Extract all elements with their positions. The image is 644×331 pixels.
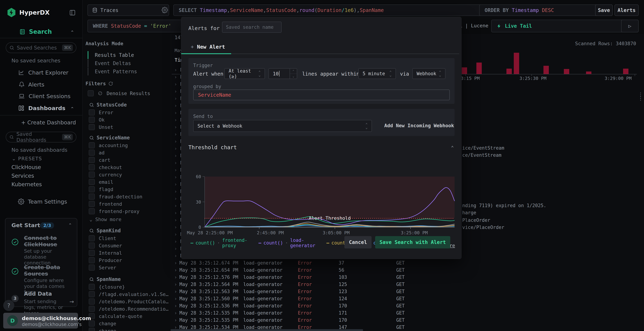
filter-option[interactable]: email (89, 179, 113, 185)
expand-chevron-icon[interactable]: › (174, 282, 177, 287)
filter-option[interactable]: frontend-proxy (89, 208, 140, 214)
table-row[interactable]: ›May 28 3:25:12.536 PMload-generatorErro… (170, 302, 644, 309)
expand-chevron-icon[interactable]: › (174, 182, 177, 187)
filter-option[interactable]: /flagd.evaluation.v1.Se… (89, 291, 168, 297)
webhook-select[interactable]: Select a Webhook ⌃⌄ (193, 120, 372, 132)
search-icon[interactable] (89, 135, 94, 140)
sidebar-item-chart-explorer[interactable]: Chart Explorer (18, 69, 68, 76)
filter-option[interactable]: /oteldemo.Recommendatio… (89, 306, 168, 312)
checkbox[interactable] (88, 90, 94, 96)
analysis-mode-event-patterns[interactable]: Event Patterns (88, 67, 137, 75)
filter-option[interactable]: Consumer (89, 243, 122, 249)
filter-option[interactable]: {closure} (89, 284, 125, 290)
table-row[interactable]: ›May 28 3:25:12.535 PMload-generatorErro… (170, 317, 644, 324)
get-started-item[interactable]: 3Add DataStart sending logs, metrics, or… (5, 289, 78, 316)
table-row[interactable]: ›May 28 3:25:12.654 PMload-generatorErro… (170, 267, 644, 274)
search-icon[interactable] (89, 102, 94, 107)
expand-chevron-icon[interactable]: › (174, 132, 177, 137)
save-alert-button[interactable]: Save Search with Alert (375, 236, 450, 248)
filter-option[interactable]: Error (89, 109, 113, 115)
sidebar-item-alerts[interactable]: Alerts (18, 81, 44, 88)
checkbox[interactable] (89, 257, 95, 263)
checkbox[interactable] (89, 208, 95, 214)
expand-chevron-icon[interactable]: › (174, 296, 177, 301)
select-query-input[interactable]: SELECT Timestamp,ServiceName,StatusCode,… (173, 4, 485, 16)
stepper-down-icon[interactable]: ⌄ (290, 74, 297, 79)
saved-search-name-input[interactable]: Saved search name (222, 22, 282, 33)
denoise-toggle[interactable]: Denoise Results (88, 90, 150, 96)
checkbox[interactable] (89, 265, 95, 271)
checkbox[interactable] (89, 284, 95, 290)
filter-option[interactable]: cart (89, 157, 110, 163)
checkbox[interactable] (89, 328, 95, 331)
window-select[interactable]: 5 minute ⌃⌄ (358, 68, 396, 79)
checkbox[interactable] (89, 250, 95, 256)
expand-chevron-icon[interactable]: › (174, 74, 177, 80)
source-selector[interactable]: Traces ⌃⌄ (88, 4, 169, 16)
checkbox[interactable] (89, 164, 95, 170)
checkbox[interactable] (89, 172, 95, 178)
expand-chevron-icon[interactable]: › (174, 318, 177, 323)
channel-select[interactable]: Webhook ⌃⌄ (412, 68, 446, 79)
expand-chevron-icon[interactable]: › (174, 189, 177, 194)
help-button[interactable]: ? (3, 300, 14, 311)
checkbox[interactable] (89, 235, 95, 241)
expand-chevron-icon[interactable]: › (174, 239, 177, 244)
expand-chevron-icon[interactable]: › (174, 225, 177, 230)
expand-chevron-icon[interactable]: › (174, 110, 177, 115)
checkbox[interactable] (89, 321, 95, 327)
filter-option[interactable]: ad (89, 150, 105, 156)
row-menu-icon[interactable]: ⋮⋮ (638, 93, 643, 100)
refresh-icon[interactable] (108, 81, 113, 86)
filter-option[interactable]: checkout (89, 164, 122, 170)
saved-dashboards-input[interactable]: Saved Dashboards ⌘K (6, 132, 76, 142)
add-webhook-button[interactable]: Add New Incoming Webhook (384, 123, 454, 128)
expand-chevron-icon[interactable]: › (174, 103, 177, 108)
grouped-by-input[interactable]: ServiceName (193, 89, 450, 100)
expand-chevron-icon[interactable]: › (174, 232, 177, 237)
expand-chevron-icon[interactable]: › (174, 146, 177, 151)
checkbox[interactable] (89, 124, 95, 130)
tab-new-alert[interactable]: + New Alert (191, 44, 225, 50)
expand-chevron-icon[interactable]: › (174, 196, 177, 201)
expand-chevron-icon[interactable]: › (174, 139, 177, 144)
collapse-sidebar-icon[interactable] (69, 9, 76, 16)
checkbox[interactable] (89, 179, 95, 185)
expand-chevron-icon[interactable]: › (174, 124, 177, 130)
expand-chevron-icon[interactable]: › (174, 96, 177, 101)
expand-chevron-icon[interactable]: › (174, 89, 177, 94)
filter-option[interactable]: frontend (89, 201, 122, 207)
search-icon[interactable] (89, 228, 94, 233)
expand-chevron-icon[interactable]: › (174, 303, 177, 309)
table-row[interactable]: ›May 28 3:25:12.560 PMload-generatorErro… (170, 295, 644, 302)
filter-option[interactable]: fraud-detection (89, 194, 142, 200)
expand-chevron-icon[interactable]: › (174, 67, 177, 72)
analysis-mode-event-deltas[interactable]: Event Deltas (88, 59, 131, 67)
expand-chevron-icon[interactable]: › (174, 260, 177, 266)
number-stepper[interactable]: ⌃ ⌄ (290, 69, 297, 79)
create-dashboard-button[interactable]: + Create Dashboard (21, 119, 76, 126)
expand-chevron-icon[interactable]: › (174, 174, 177, 180)
sidebar-item-client-sessions[interactable]: Client Sessions (18, 93, 70, 99)
chevron-up-icon[interactable]: ⌃ (70, 30, 74, 35)
sidebar-preset-clickhouse[interactable]: ClickHouse (12, 164, 41, 170)
sidebar-preset-kubernetes[interactable]: Kubernetes (12, 181, 42, 187)
filter-option[interactable]: Internal (89, 250, 122, 256)
play-button[interactable]: ▷ (621, 20, 639, 32)
order-by-input[interactable]: ORDER BY Timestamp DESC (479, 4, 604, 16)
horizontal-scrollbar[interactable] (170, 329, 363, 331)
checkbox[interactable] (89, 299, 95, 305)
expand-chevron-icon[interactable]: › (174, 160, 177, 165)
checkbox[interactable] (89, 243, 95, 249)
chevron-up-icon[interactable]: ⌃ (68, 223, 72, 228)
collapse-chart-icon[interactable]: ⌃ (451, 145, 454, 150)
checkbox[interactable] (89, 186, 95, 192)
expand-chevron-icon[interactable]: › (174, 217, 177, 223)
expand-chevron-icon[interactable]: › (174, 253, 177, 259)
user-menu[interactable]: D demos@clickhouse.com demos@clickhouse.… (3, 313, 78, 329)
chevron-right-icon[interactable]: › (79, 318, 81, 323)
filter-option[interactable]: accounting (89, 142, 128, 148)
checkbox[interactable] (89, 306, 95, 312)
filter-option[interactable]: Unset (89, 124, 113, 130)
search-icon[interactable] (89, 277, 94, 282)
